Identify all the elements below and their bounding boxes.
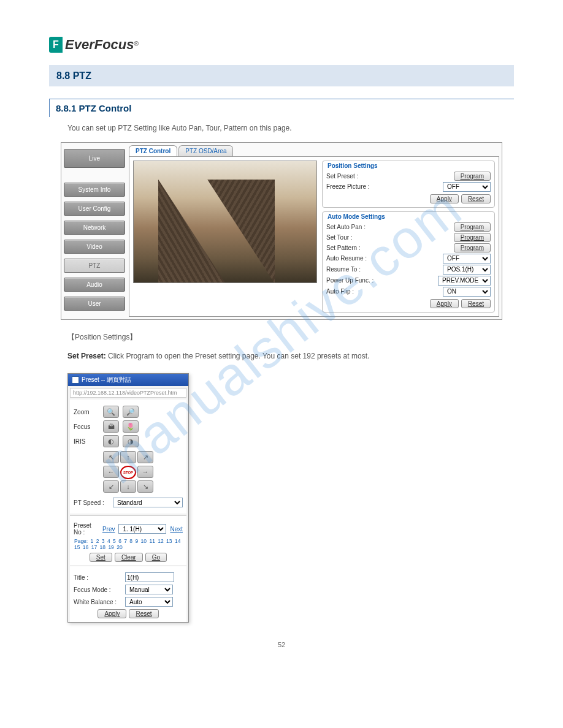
auto-flip-label: Auto Flip : (326, 288, 443, 295)
sidebar-item-ptz[interactable]: PTZ (64, 259, 125, 273)
popup-apply-button[interactable]: Apply (98, 609, 126, 618)
iris-open-icon[interactable]: ◐ (103, 435, 119, 447)
automode-reset-button[interactable]: Reset (461, 299, 491, 308)
position-reset-button[interactable]: Reset (461, 194, 491, 203)
go-button[interactable]: Go (145, 553, 167, 562)
position-settings-heading: 【Position Settings】 (67, 332, 496, 343)
preset-explain-label: Set Preset: (67, 352, 106, 360)
focus-far-icon[interactable]: 🏔 (103, 420, 119, 433)
page-11[interactable]: 11 (149, 538, 155, 544)
tab-ptz-control[interactable]: PTZ Control (129, 145, 177, 156)
preset-no-select[interactable]: 1. 1(H) (118, 524, 166, 534)
page-19[interactable]: 19 (108, 544, 113, 550)
set-auto-pan-button[interactable]: Program (454, 222, 491, 232)
arrow-down-right-icon[interactable]: ↘ (137, 480, 153, 493)
page-15[interactable]: 15 (74, 544, 80, 550)
freeze-picture-select[interactable]: OFF (443, 182, 491, 192)
zoom-in-icon[interactable]: 🔍 (103, 406, 119, 418)
page-1[interactable]: 1 (91, 538, 94, 544)
arrow-left-icon[interactable]: ← (103, 466, 119, 478)
page-label: Page: (74, 538, 88, 544)
page-2[interactable]: 2 (96, 538, 99, 544)
iris-close-icon[interactable]: ◑ (123, 435, 139, 447)
pt-speed-select[interactable]: Standard (113, 498, 183, 507)
position-apply-button[interactable]: Apply (430, 194, 459, 203)
focus-near-icon[interactable]: 🌷 (123, 420, 139, 433)
preset-explain-text: Click Program to open the Preset setting… (108, 352, 369, 360)
page-4[interactable]: 4 (107, 538, 110, 544)
page-8[interactable]: 8 (129, 538, 132, 544)
title-input[interactable] (125, 572, 174, 582)
stop-button[interactable]: STOP (120, 466, 136, 479)
video-preview (133, 161, 317, 283)
zoom-label: Zoom (74, 409, 99, 415)
sidebar-item-systeminfo[interactable]: System Info (64, 183, 125, 197)
auto-resume-select[interactable]: OFF (443, 254, 491, 264)
automode-apply-button[interactable]: Apply (430, 299, 459, 308)
tab-ptz-osd-area[interactable]: PTZ OSD/Area (178, 145, 233, 156)
page-14[interactable]: 14 (175, 538, 180, 544)
pt-speed-label: PT Speed : (74, 499, 109, 506)
set-button[interactable]: Set (90, 553, 112, 562)
set-pattern-button[interactable]: Program (454, 243, 491, 252)
page-12[interactable]: 12 (158, 538, 163, 544)
section-header: 8.8 PTZ (49, 65, 514, 86)
arrow-up-left-icon[interactable]: ↖ (103, 451, 119, 463)
sidebar-item-userconfig[interactable]: User Config (64, 202, 125, 216)
white-balance-select[interactable]: Auto (125, 597, 173, 607)
popup-reset-button[interactable]: Reset (129, 609, 158, 618)
page-3[interactable]: 3 (102, 538, 105, 544)
zoom-out-icon[interactable]: 🔎 (123, 406, 139, 418)
arrow-up-right-icon[interactable]: ↗ (137, 451, 153, 463)
page-20[interactable]: 20 (117, 544, 122, 550)
page-number: 52 (49, 641, 514, 648)
page-5[interactable]: 5 (113, 538, 116, 544)
arrow-down-icon[interactable]: ↓ (120, 480, 136, 493)
sidebar: Live System Info User Config Network Vid… (64, 145, 125, 317)
preset-popup: Preset -- 網頁對話 http://192.168.12.118/vid… (67, 373, 189, 623)
power-up-label: Power Up Func. : (326, 277, 438, 284)
page-17[interactable]: 17 (91, 544, 97, 550)
sidebar-item-audio[interactable]: Audio (64, 278, 125, 292)
clear-button[interactable]: Clear (115, 553, 143, 562)
freeze-picture-label: Freeze Picture : (326, 183, 443, 190)
next-link[interactable]: Next (170, 526, 183, 533)
sidebar-item-network[interactable]: Network (64, 221, 125, 235)
page-16[interactable]: 16 (83, 544, 88, 550)
arrow-down-left-icon[interactable]: ↙ (103, 480, 119, 493)
page-10[interactable]: 10 (141, 538, 147, 544)
sidebar-item-user[interactable]: User (64, 297, 125, 311)
arrow-up-icon[interactable]: ↑ (120, 451, 136, 463)
page-13[interactable]: 13 (166, 538, 172, 544)
direction-pad: ↖ ↑ ↗ ← STOP → ↙ ↓ ↘ (74, 451, 183, 494)
resume-to-select[interactable]: POS.1(H) (443, 265, 491, 275)
logo: EverFocus® (49, 37, 514, 53)
subsection-title: 8.8.1 PTZ Control (49, 99, 514, 117)
set-tour-button[interactable]: Program (454, 233, 491, 242)
position-settings-legend: Position Settings (327, 162, 491, 169)
iris-label: IRIS (74, 438, 99, 445)
page-6[interactable]: 6 (118, 538, 121, 544)
focus-label: Focus (74, 423, 99, 430)
logo-registered: ® (134, 40, 139, 47)
auto-flip-select[interactable]: ON (443, 287, 491, 297)
auto-mode-legend: Auto Mode Settings (327, 213, 491, 220)
page-18[interactable]: 18 (100, 544, 105, 550)
page-links: Page: 1 2 3 4 5 6 7 8 9 10 11 12 13 14 1… (74, 538, 183, 550)
logo-icon (49, 37, 63, 53)
popup-url: http://192.168.12.118/videoPTZPreset.htm (70, 388, 186, 398)
set-auto-pan-label: Set Auto Pan : (326, 224, 454, 230)
content-area: Position Settings Set Preset :Program Fr… (129, 156, 499, 317)
set-preset-program-button[interactable]: Program (454, 172, 491, 181)
sidebar-item-video[interactable]: Video (64, 240, 125, 254)
page-7[interactable]: 7 (124, 538, 127, 544)
prev-link[interactable]: Prev (102, 526, 115, 533)
sidebar-item-live[interactable]: Live (64, 149, 125, 168)
resume-to-label: Resume To : (326, 266, 443, 273)
preset-no-label: Preset No : (74, 522, 99, 536)
arrow-right-icon[interactable]: → (137, 466, 153, 478)
popup-title-text: Preset -- 網頁對話 (82, 376, 131, 384)
page-9[interactable]: 9 (135, 538, 138, 544)
focus-mode-select[interactable]: Manual (125, 585, 173, 594)
power-up-select[interactable]: PREV.MODE (438, 276, 491, 286)
